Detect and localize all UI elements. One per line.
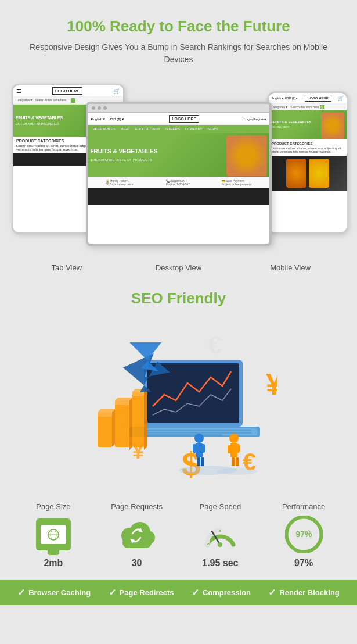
svg-rect-15 bbox=[98, 412, 112, 417]
mobile-device: English▼ USD ($)▼ LOGO HERE 🛒 Categories… bbox=[267, 91, 348, 234]
check-icon-0: ✓ bbox=[17, 587, 25, 598]
svg-rect-32 bbox=[197, 457, 200, 466]
svg-rect-33 bbox=[201, 457, 204, 466]
svg-point-34 bbox=[229, 434, 239, 443]
performance-icon-wrap: 97% bbox=[285, 516, 323, 553]
hamburger-icon: ☰ bbox=[16, 88, 21, 94]
svg-rect-48 bbox=[122, 538, 152, 548]
bottom-bar-label-2: Compression bbox=[203, 588, 251, 597]
check-icon-1: ✓ bbox=[109, 587, 116, 598]
desktop-screen: FRUITS & VEGETABLESTHE NATURAL TASTE OF … bbox=[88, 133, 269, 244]
stat-page-speed: Page Speed 1.95 sec bbox=[179, 502, 262, 568]
stat-performance-value: 97% bbox=[262, 558, 345, 568]
tab-logo: LOGO HERE bbox=[52, 87, 82, 95]
svg-point-28 bbox=[194, 434, 204, 443]
main-title: 100% Ready to Face the Future bbox=[23, 17, 334, 35]
svg-rect-37 bbox=[235, 444, 240, 453]
stat-performance-label: Performance bbox=[262, 502, 345, 511]
desktop-nav: VEGETABLESMEATFOOD & DAIRYOTHERSCOMPANYN… bbox=[88, 125, 269, 133]
svg-text:¥: ¥ bbox=[266, 367, 277, 401]
svg-point-41 bbox=[217, 468, 257, 475]
svg-marker-17 bbox=[112, 409, 115, 447]
mobile-screen: FRUITS & VEGETABLESNATURAL TASTE PRODUCT… bbox=[269, 110, 347, 232]
bottom-bar-label-0: Browser Caching bbox=[28, 588, 91, 597]
svg-rect-14 bbox=[98, 412, 112, 447]
svg-text:€: € bbox=[208, 331, 222, 359]
cloud-icon bbox=[118, 517, 156, 552]
globe-svg bbox=[45, 528, 62, 541]
device-labels: Tab View Desktop View Mobile View bbox=[0, 263, 357, 278]
svg-rect-19 bbox=[115, 400, 129, 405]
desktop-label: Desktop View bbox=[124, 263, 234, 272]
seo-svg: ¥ ¥ € £ $ € ¥ bbox=[80, 325, 277, 488]
monitor-icon bbox=[36, 518, 71, 550]
desktop-lang: English▼ | USD ($)▼ bbox=[91, 117, 125, 121]
seo-section: SEO Friendly bbox=[0, 278, 357, 319]
mobile-lang: English▼ USD ($)▼ bbox=[272, 96, 298, 100]
check-icon-3: ✓ bbox=[268, 587, 276, 598]
stat-page-speed-label: Page Speed bbox=[179, 502, 262, 511]
seo-title: SEO Friendly bbox=[23, 289, 334, 307]
desktop-login: Login/Register bbox=[244, 117, 266, 121]
svg-rect-5 bbox=[135, 432, 251, 434]
bottom-bar-item-1: ✓ Page Redirects bbox=[109, 587, 174, 598]
monitor-top-bar bbox=[88, 104, 269, 113]
bottom-bar-label-1: Page Redirects bbox=[120, 588, 174, 597]
monitor-icon-wrap bbox=[34, 516, 72, 553]
svg-rect-18 bbox=[115, 400, 129, 447]
stat-page-requests-label: Page Requests bbox=[95, 502, 179, 511]
svg-marker-21 bbox=[129, 398, 132, 450]
bottom-bar-label-3: Render Blocking bbox=[279, 588, 339, 597]
mobile-product-image bbox=[269, 156, 347, 191]
responsive-section: 100% Ready to Face the Future Responsive… bbox=[0, 0, 357, 77]
stat-page-requests: Page Requests 30 bbox=[95, 502, 179, 568]
svg-rect-38 bbox=[232, 457, 235, 466]
main-subtitle: Responsive Design Gives You a Bump in Se… bbox=[23, 41, 334, 66]
check-icon-2: ✓ bbox=[192, 587, 199, 598]
mobile-cart-icon: 🛒 bbox=[338, 96, 344, 101]
cart-icon: 🛒 bbox=[113, 88, 120, 94]
stat-page-size-value: 2mb bbox=[12, 558, 95, 568]
svg-rect-4 bbox=[135, 430, 251, 431]
bottom-bar-item-2: ✓ Compression bbox=[192, 587, 251, 598]
svg-marker-16 bbox=[98, 409, 115, 412]
desktop-device: English▼ | USD ($)▼ LOGO HERE Login/Regi… bbox=[86, 102, 272, 246]
tab-label: Tab View bbox=[12, 263, 122, 272]
svg-rect-6 bbox=[135, 434, 222, 436]
stats-section: Page Size 2mb Page Requests bbox=[0, 493, 357, 574]
stat-page-speed-value: 1.95 sec bbox=[179, 558, 262, 568]
monitor-screen bbox=[41, 525, 66, 544]
stat-page-size-label: Page Size bbox=[12, 502, 95, 511]
svg-rect-31 bbox=[200, 444, 205, 453]
mobile-categories: Categories▼ Search this store here Q bbox=[269, 104, 347, 110]
stat-page-requests-value: 30 bbox=[95, 558, 179, 568]
svg-text:97%: 97% bbox=[295, 529, 312, 539]
svg-rect-39 bbox=[236, 457, 239, 466]
svg-marker-25 bbox=[144, 389, 147, 450]
stat-page-size: Page Size 2mb bbox=[12, 502, 95, 568]
mobile-logo: LOGO HERE bbox=[305, 95, 331, 102]
svg-rect-23 bbox=[132, 392, 144, 396]
bottom-bar-item-0: ✓ Browser Caching bbox=[17, 587, 91, 598]
devices-area: ☰ LOGO HERE 🛒 Categories▼ Search entire … bbox=[0, 77, 357, 263]
cloud-icon-wrap bbox=[118, 516, 156, 553]
speedometer-icon-wrap bbox=[201, 516, 239, 553]
svg-rect-22 bbox=[132, 392, 144, 447]
svg-rect-36 bbox=[228, 445, 232, 453]
stat-performance: Performance 97% 97% bbox=[262, 502, 345, 568]
svg-point-52 bbox=[218, 542, 222, 547]
desktop-logo: LOGO HERE bbox=[169, 115, 199, 123]
bottom-bar: ✓ Browser Caching ✓ Page Redirects ✓ Com… bbox=[0, 580, 357, 605]
svg-rect-30 bbox=[193, 444, 197, 453]
seo-illustration: ¥ ¥ € £ $ € ¥ bbox=[0, 319, 357, 493]
speedometer-icon bbox=[201, 518, 239, 550]
performance-circle-icon: 97% bbox=[285, 516, 323, 553]
bottom-bar-item-3: ✓ Render Blocking bbox=[268, 587, 339, 598]
mobile-label: Mobile View bbox=[235, 263, 345, 272]
svg-marker-20 bbox=[115, 398, 132, 400]
